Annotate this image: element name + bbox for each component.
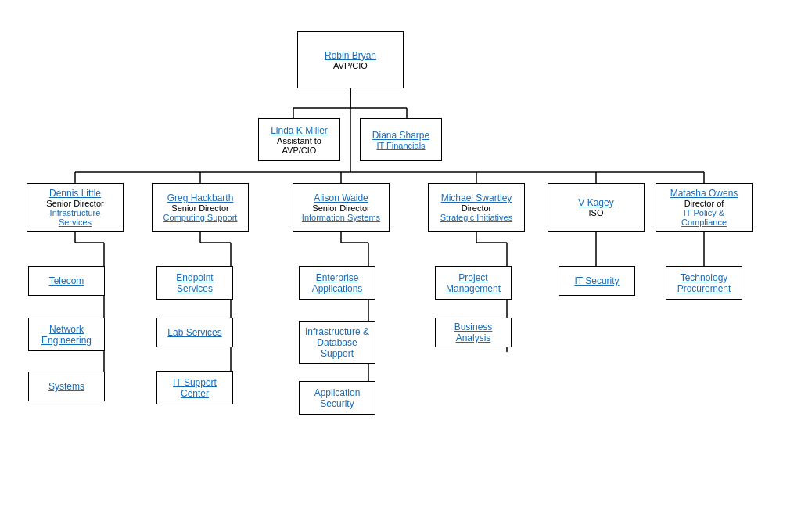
node-itsupport: IT Support Center xyxy=(156,371,233,404)
greg-dept: Computing Support xyxy=(163,213,238,222)
infra-label2: Database xyxy=(317,337,357,348)
node-bizanalysis: Business Analysis xyxy=(435,318,512,347)
node-lab: Lab Services xyxy=(156,318,233,347)
network-label2: Engineering xyxy=(41,335,92,346)
diana-name: Diana Sharpe xyxy=(372,130,429,141)
node-linda: Linda K Miller Assistant to AVP/CIO xyxy=(258,118,340,161)
node-greg: Greg Hackbarth Senior Director Computing… xyxy=(152,183,249,232)
techprocure-label2: Procurement xyxy=(677,283,731,294)
node-network: Network Engineering xyxy=(28,318,105,351)
infra-label1: Infrastructure & xyxy=(305,326,369,337)
node-robin: Robin Bryan AVP/CIO xyxy=(297,31,404,88)
project-label2: Management xyxy=(446,283,501,294)
dennis-dept: Infrastructure Services xyxy=(32,208,118,227)
network-label1: Network xyxy=(49,324,84,335)
robin-name: Robin Bryan xyxy=(325,50,376,61)
endpoint-label1: Endpoint xyxy=(176,272,213,283)
node-diana: Diana Sharpe IT Financials xyxy=(360,118,442,161)
node-project: Project Management xyxy=(435,266,512,300)
node-vkagey: V Kagey ISO xyxy=(548,183,645,232)
techprocure-label1: Technology xyxy=(681,272,728,283)
dennis-title: Senior Director xyxy=(46,199,103,208)
michael-name: Michael Swartley xyxy=(441,192,512,203)
node-enterprise: Enterprise Applications xyxy=(299,266,375,300)
endpoint-label2: Services xyxy=(177,283,213,294)
telecom-label: Telecom xyxy=(49,275,84,286)
alison-dept: Information Systems xyxy=(302,213,380,222)
appsec-label1: Application xyxy=(314,387,361,398)
dennis-name: Dennis Little xyxy=(49,188,101,199)
matasha-title: Director of xyxy=(684,199,724,208)
matasha-dept1: IT Policy & xyxy=(684,208,724,217)
linda-name: Linda K Miller xyxy=(271,125,328,136)
lab-label: Lab Services xyxy=(167,327,221,338)
enterprise-label1: Enterprise xyxy=(316,272,359,283)
matasha-dept2: Compliance xyxy=(681,217,727,227)
node-systems: Systems xyxy=(28,372,105,401)
node-endpoint: Endpoint Services xyxy=(156,266,233,300)
linda-title1: Assistant to xyxy=(277,136,321,146)
alison-title: Senior Director xyxy=(312,203,369,213)
node-michael: Michael Swartley Director Strategic Init… xyxy=(428,183,525,232)
michael-dept: Strategic Initiatives xyxy=(440,213,512,222)
project-label1: Project xyxy=(458,272,487,283)
matasha-name: Matasha Owens xyxy=(670,188,738,199)
enterprise-label2: Applications xyxy=(312,283,363,294)
org-chart: Robin Bryan AVP/CIO Linda K Miller Assis… xyxy=(0,0,801,532)
bizanalysis-label: Business Analysis xyxy=(440,322,506,343)
infra-label3: Support xyxy=(321,348,354,359)
diana-dept: IT Financials xyxy=(376,141,425,150)
node-infra: Infrastructure & Database Support xyxy=(299,321,375,364)
node-alison: Alison Waide Senior Director Information… xyxy=(293,183,390,232)
itsupport-label: IT Support Center xyxy=(162,377,228,399)
node-matasha: Matasha Owens Director of IT Policy & Co… xyxy=(656,183,753,232)
vkagey-name: V Kagey xyxy=(578,197,613,208)
node-itsecurity: IT Security xyxy=(559,266,635,296)
node-techprocure: Technology Procurement xyxy=(666,266,742,300)
node-dennis: Dennis Little Senior Director Infrastruc… xyxy=(27,183,124,232)
robin-title: AVP/CIO xyxy=(333,61,368,70)
node-telecom: Telecom xyxy=(28,266,105,296)
node-appsec: Application Security xyxy=(299,381,375,415)
itsecurity-label: IT Security xyxy=(574,275,619,286)
alison-name: Alison Waide xyxy=(314,192,368,203)
appsec-label2: Security xyxy=(320,398,354,409)
greg-name: Greg Hackbarth xyxy=(167,192,234,203)
greg-title: Senior Director xyxy=(171,203,228,213)
michael-title: Director xyxy=(462,203,492,213)
systems-label: Systems xyxy=(48,381,84,392)
linda-title2: AVP/CIO xyxy=(282,146,317,155)
vkagey-title: ISO xyxy=(589,208,604,217)
